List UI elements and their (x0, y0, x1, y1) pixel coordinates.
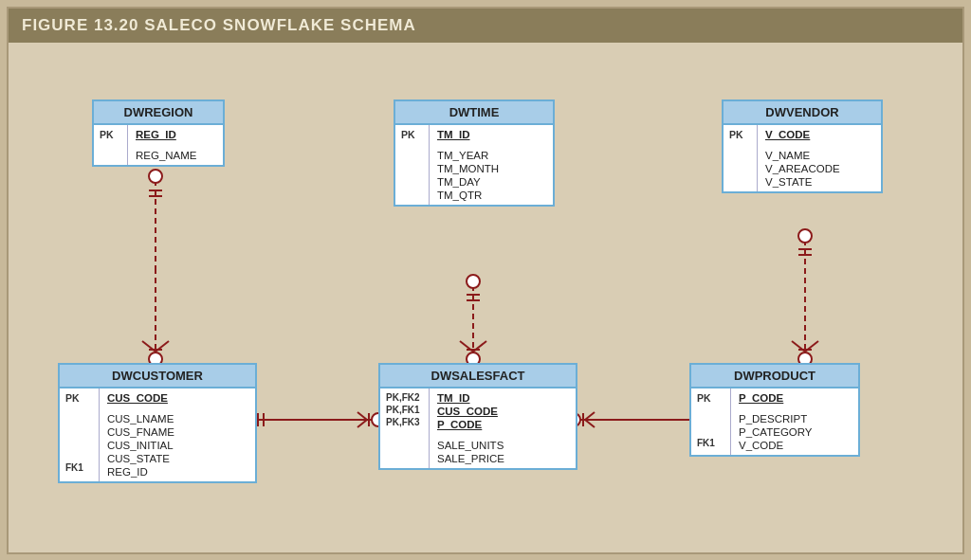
diagram-container: FIGURE 13.20 SALECO SNOWFLAKE SCHEMA (7, 7, 964, 554)
svg-point-21 (798, 229, 812, 243)
dwsalesfact-pkfk3-tag: PK,FK3 (386, 417, 423, 427)
dwregion-field-0: REG_NAME (136, 150, 197, 161)
diagram-title: FIGURE 13.20 SALECO SNOWFLAKE SCHEMA (9, 9, 962, 43)
dwtime-field-0: TM_YEAR (437, 150, 499, 161)
svg-point-5 (149, 170, 162, 183)
dwsalesfact-pkfk2-tag: PK,FK2 (386, 392, 423, 403)
dwtime-field-3: TM_QTR (437, 190, 499, 201)
dwproduct-pk-field: P_CODE (739, 392, 813, 404)
diagram-area: DWREGION PK REG_ID REG_NAME DWTIME PK (9, 50, 962, 552)
dwvendor-pk-field: V_CODE (765, 129, 840, 140)
dwregion-pk-tag: PK (100, 129, 121, 140)
dwcustomer-field-1: CUS_FNAME (107, 426, 174, 438)
svg-line-39 (585, 420, 595, 427)
dwregion-table: DWREGION PK REG_ID REG_NAME (92, 99, 225, 167)
dwsalesfact-pk-field-2: P_CODE (437, 419, 504, 430)
svg-line-11 (156, 341, 169, 352)
dwvendor-table: DWVENDOR PK V_CODE V_NAME V_AREACODE V_S… (722, 99, 883, 193)
svg-line-19 (473, 341, 486, 352)
dwcustomer-field-4: REG_ID (107, 466, 174, 478)
dwtime-pk-field: TM_ID (437, 129, 499, 140)
svg-line-10 (142, 341, 156, 352)
dwcustomer-field-0: CUS_LNAME (107, 413, 174, 425)
dwcustomer-fk1-tag: FK1 (65, 462, 93, 473)
dwsalesfact-header: DWSALESFACT (380, 365, 576, 388)
dwproduct-field-2: V_CODE (739, 440, 813, 451)
dwvendor-pk-tag: PK (729, 129, 751, 140)
dwtime-field-1: TM_MONTH (437, 163, 499, 174)
dwsalesfact-pk-field-1: CUS_CODE (437, 406, 504, 417)
svg-line-34 (357, 420, 367, 427)
dwproduct-field-0: P_DESCRIPT (739, 413, 813, 425)
dwtime-header: DWTIME (395, 101, 553, 125)
dwtime-pk-tag: PK (401, 129, 423, 140)
dwproduct-pk-tag: PK (697, 392, 724, 404)
dwcustomer-field-2: CUS_INITIAL (107, 440, 174, 451)
dwsalesfact-field-1: SALE_PRICE (437, 453, 504, 464)
dwtime-table: DWTIME PK TM_ID TM_YEAR TM_MONTH TM_DAY … (394, 99, 555, 207)
dwvendor-field-2: V_STATE (765, 176, 840, 188)
dwsalesfact-pkfk1-tag: PK,FK1 (386, 405, 423, 415)
dwcustomer-field-3: CUS_STATE (107, 453, 174, 464)
dwproduct-fk1-tag: FK1 (697, 438, 724, 448)
dwsalesfact-field-0: SALE_UNITS (437, 440, 504, 451)
dwproduct-field-1: P_CATEGORY (739, 426, 813, 438)
dwsalesfact-table: DWSALESFACT PK,FK2 PK,FK1 PK,FK3 TM_ID C… (378, 363, 577, 470)
svg-point-13 (467, 275, 480, 288)
dwcustomer-pk-tag: PK (65, 392, 93, 404)
svg-line-38 (585, 412, 595, 420)
dwcustomer-header: DWCUSTOMER (60, 365, 255, 388)
dwtime-field-2: TM_DAY (437, 176, 499, 188)
svg-line-33 (357, 412, 367, 420)
dwproduct-header: DWPRODUCT (691, 365, 858, 388)
dwregion-header: DWREGION (94, 101, 223, 125)
dwcustomer-pk-field: CUS_CODE (107, 392, 174, 404)
dwregion-pk-field: REG_ID (136, 129, 197, 140)
dwvendor-header: DWVENDOR (724, 101, 881, 125)
dwcustomer-table: DWCUSTOMER PK FK1 CUS_CODE CUS_LNAME CUS… (58, 363, 257, 483)
svg-line-26 (792, 341, 805, 352)
dwvendor-field-0: V_NAME (765, 150, 840, 161)
dwsalesfact-pk-field-0: TM_ID (437, 392, 504, 404)
dwproduct-table: DWPRODUCT PK FK1 P_CODE P_DESCRIPT P_CAT… (689, 363, 860, 457)
svg-line-18 (460, 341, 473, 352)
svg-line-27 (805, 341, 818, 352)
dwvendor-field-1: V_AREACODE (765, 163, 840, 174)
